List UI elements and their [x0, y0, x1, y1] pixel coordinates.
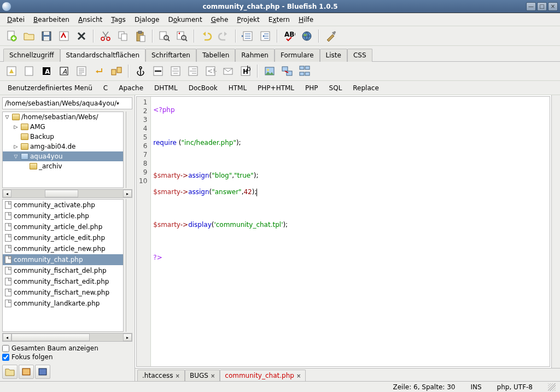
editor-tab-bugs[interactable]: BUGS× — [185, 370, 220, 381]
folder-tree[interactable]: ▽/home/sebastian/Webs/ ▷AMG Backup ▷amg-… — [2, 112, 124, 188]
browser-button[interactable] — [299, 28, 315, 44]
files-panel-button[interactable] — [2, 365, 18, 379]
new-file-button[interactable] — [3, 28, 20, 44]
body-button[interactable] — [21, 63, 37, 79]
reference-panel-button[interactable] — [35, 365, 50, 379]
editor-tab-community-chat[interactable]: community_chat.php× — [220, 370, 306, 381]
scroll-right-icon[interactable]: ▸ — [123, 190, 132, 197]
scroll-left-icon[interactable]: ◂ — [3, 334, 11, 341]
file-row[interactable]: community_fischart_new.php — [3, 287, 123, 298]
menu-projekt[interactable]: Projekt — [233, 15, 263, 25]
scroll-left-icon[interactable]: ◂ — [3, 190, 11, 197]
filelist-hscroll[interactable]: ◂ ▸ — [2, 333, 132, 342]
tab-formulare[interactable]: Formulare — [275, 49, 320, 62]
break-button[interactable] — [91, 63, 107, 79]
font-button[interactable]: Hb — [237, 63, 254, 79]
tab-schriftarten[interactable]: Schriftarten — [145, 49, 196, 62]
resize-grip[interactable] — [548, 383, 556, 391]
paragraph-button[interactable] — [73, 63, 90, 79]
tree-row[interactable]: _archiv — [3, 161, 123, 171]
menu-gehe[interactable]: Gehe — [207, 15, 232, 25]
bold-button[interactable]: A — [38, 63, 55, 79]
custom-menu-dhtml[interactable]: DHTML — [150, 83, 182, 93]
tree-scrollbar[interactable] — [126, 112, 135, 188]
copy-button[interactable] — [115, 28, 131, 44]
paste-button[interactable] — [132, 28, 149, 44]
menu-hilfe[interactable]: Hilfe — [295, 15, 317, 25]
close-button[interactable]: × — [548, 2, 558, 11]
filelist-scrollbar[interactable] — [126, 199, 135, 332]
redo-button[interactable] — [215, 28, 232, 44]
rightalign-button[interactable] — [185, 63, 201, 79]
file-row[interactable]: community_fischart_del.php — [3, 265, 123, 276]
menu-tags[interactable]: Tags — [107, 15, 130, 25]
file-row[interactable]: community_article_del.php — [3, 221, 123, 232]
custom-menu-docbook[interactable]: DocBook — [184, 83, 222, 93]
gesamten-baum-checkbox[interactable]: Gesamten Baum anzeigen — [2, 344, 132, 353]
custom-menu-c[interactable]: C — [99, 83, 112, 93]
center-button[interactable] — [167, 63, 184, 79]
tab-schnellzugriff[interactable]: Schnellzugriff — [3, 49, 60, 62]
custom-menu-sql[interactable]: SQL — [325, 83, 347, 93]
multi-thumbnail-button[interactable] — [296, 63, 313, 79]
indent-button[interactable] — [257, 28, 273, 44]
spellcheck-button[interactable]: ABC — [281, 28, 298, 44]
custom-menu-replace[interactable]: Replace — [348, 83, 383, 93]
menu-datei[interactable]: Datei — [3, 15, 28, 25]
file-row[interactable]: community_article_edit.php — [3, 232, 123, 243]
tree-row[interactable]: ▽aqua4you — [3, 151, 123, 161]
bookmarks-panel-button[interactable] — [19, 365, 34, 379]
menu-ansicht[interactable]: Ansicht — [74, 15, 106, 25]
tab-standardschaltflaechen[interactable]: Standardschaltflächen — [60, 49, 146, 62]
file-row[interactable]: community_article_new.php — [3, 243, 123, 254]
nbsp-button[interactable] — [108, 63, 125, 79]
tree-row[interactable]: Backup — [3, 132, 123, 142]
path-combo[interactable]: /home/sebastian/Webs/aqua4you/ ▾ — [2, 97, 132, 109]
file-row[interactable]: community_landkarte.php — [3, 298, 123, 309]
editor-tab-htaccess[interactable]: .htaccess× — [137, 370, 185, 381]
tree-hscroll[interactable]: ◂ ▸ — [2, 189, 132, 198]
menu-dialoge[interactable]: Dialoge — [131, 15, 164, 25]
maximize-button[interactable]: □ — [537, 2, 547, 11]
save-button[interactable] — [38, 28, 55, 44]
custom-menu-apache[interactable]: Apache — [114, 83, 148, 93]
quickstart-button[interactable] — [3, 63, 20, 79]
anchor-button[interactable] — [132, 63, 149, 79]
italic-button[interactable]: A — [56, 63, 72, 79]
custom-menu-php[interactable]: PHP — [301, 83, 323, 93]
close-icon[interactable]: × — [211, 373, 215, 379]
close-icon[interactable]: × — [176, 373, 180, 379]
undo-button[interactable] — [198, 28, 214, 44]
find-button[interactable] — [156, 28, 173, 44]
fokus-folgen-checkbox[interactable]: Fokus folgen — [2, 353, 132, 361]
tab-rahmen[interactable]: Rahmen — [235, 49, 275, 62]
tab-tabellen[interactable]: Tabellen — [196, 49, 235, 62]
comment-button[interactable]: <!-- — [202, 63, 219, 79]
image-button[interactable] — [261, 63, 278, 79]
file-row[interactable]: community_article.php — [3, 210, 123, 221]
code-editor[interactable]: 12345678910 <?php require ("inc/header.p… — [136, 96, 550, 367]
custom-menu-main[interactable]: Benutzerdefiniertes Menü — [3, 83, 97, 93]
thumbnail-button[interactable] — [279, 63, 295, 79]
file-row[interactable]: community_chat.php — [3, 254, 123, 265]
close-icon[interactable]: × — [296, 373, 301, 379]
open-button[interactable] — [21, 28, 37, 44]
tab-css[interactable]: CSS — [347, 49, 372, 62]
tab-liste[interactable]: Liste — [320, 49, 347, 62]
menu-dokument[interactable]: Dokument — [165, 15, 206, 25]
replace-button[interactable] — [174, 28, 190, 44]
close-file-button[interactable] — [73, 28, 90, 44]
scroll-right-icon[interactable]: ▸ — [123, 334, 132, 341]
custom-menu-html[interactable]: HTML — [224, 83, 251, 93]
email-button[interactable] — [220, 63, 236, 79]
preferences-button[interactable] — [323, 28, 339, 44]
minimize-button[interactable]: — — [526, 2, 536, 11]
custom-menu-phphtml[interactable]: PHP+HTML — [253, 83, 299, 93]
unindent-button[interactable] — [240, 28, 256, 44]
menu-extern[interactable]: Extern — [265, 15, 294, 25]
tree-row[interactable]: ▽/home/sebastian/Webs/ — [3, 112, 123, 122]
code-content[interactable]: <?php require ("inc/header.php"); $smart… — [151, 97, 290, 366]
file-row[interactable]: community_activate.php — [3, 200, 123, 210]
tree-row[interactable]: ▷amg-abi04.de — [3, 142, 123, 151]
tree-row[interactable]: ▷AMG — [3, 122, 123, 132]
